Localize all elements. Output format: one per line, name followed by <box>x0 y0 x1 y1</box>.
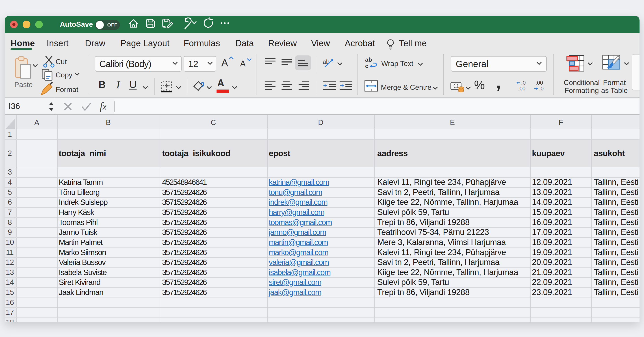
svg-text:ab: ab <box>322 58 330 65</box>
svg-text:.00: .00 <box>518 86 526 92</box>
svg-text:.0: .0 <box>539 86 544 92</box>
svg-text:ab: ab <box>365 56 372 63</box>
svg-text:.0: .0 <box>521 81 526 86</box>
svg-text:.00: .00 <box>536 81 543 86</box>
svg-text:c: c <box>365 63 368 69</box>
